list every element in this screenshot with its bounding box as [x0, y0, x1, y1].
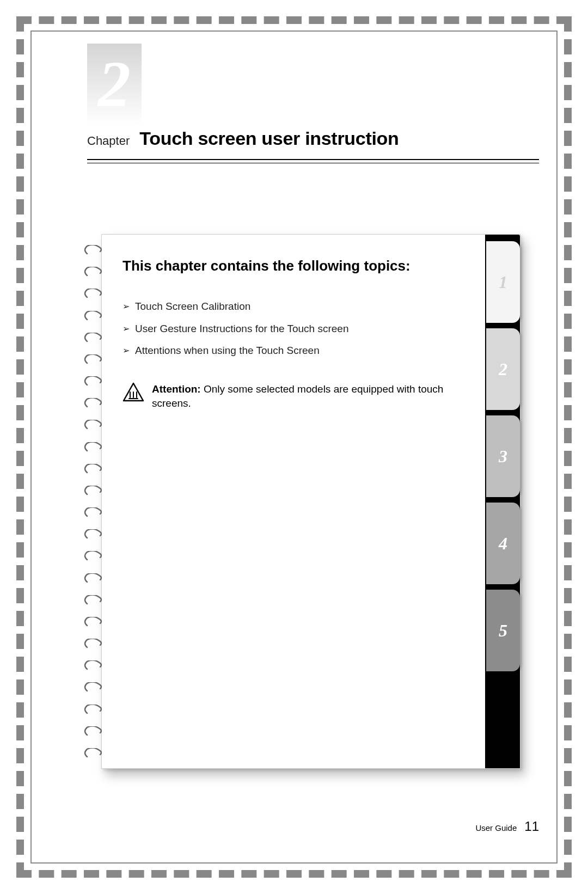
- chapter-label: Chapter: [87, 134, 130, 148]
- tab-label: 4: [499, 534, 507, 554]
- page-number: 11: [524, 819, 539, 834]
- tab-label: 1: [499, 272, 507, 292]
- tab-1: 1: [486, 241, 520, 323]
- ring-icon: [84, 617, 102, 627]
- tab-label: 2: [499, 359, 507, 379]
- attention-label: Attention:: [152, 383, 201, 395]
- topic-text: Touch Screen Calibration: [135, 299, 250, 314]
- chapter-number: 2: [98, 52, 131, 117]
- ring-icon: [84, 660, 102, 670]
- ring-icon: [84, 639, 102, 648]
- tab-strip: 1 2 3 4 5: [485, 235, 520, 768]
- chevron-right-icon: ➢: [122, 344, 130, 357]
- ring-icon: [84, 573, 102, 583]
- warning-hot-icon: [122, 382, 144, 402]
- notebook-container: 1 2 3 4 5 This chapter contains the foll…: [87, 234, 539, 785]
- notebook-content: This chapter contains the following topi…: [122, 256, 465, 757]
- ring-icon: [84, 420, 102, 430]
- notebook-rings: [84, 245, 106, 758]
- chevron-right-icon: ➢: [122, 322, 130, 335]
- attention-note: Attention: Only some selected models are…: [122, 382, 465, 411]
- tab-3: 3: [486, 415, 520, 497]
- page-footer: User Guide 11: [475, 819, 539, 834]
- topic-text: User Gesture Instructions for the Touch …: [135, 322, 349, 336]
- ring-icon: [84, 551, 102, 561]
- topics-heading: This chapter contains the following topi…: [122, 256, 465, 275]
- topics-list: ➢ Touch Screen Calibration ➢ User Gestur…: [122, 299, 465, 358]
- tab-2: 2: [486, 328, 520, 410]
- chapter-heading-row: Chapter Touch screen user instruction: [87, 128, 539, 149]
- ring-icon: [84, 486, 102, 495]
- ring-icon: [84, 333, 102, 342]
- ring-icon: [84, 376, 102, 386]
- ring-icon: [84, 354, 102, 364]
- ring-icon: [84, 529, 102, 539]
- tab-label: 3: [499, 446, 507, 467]
- ring-icon: [84, 726, 102, 736]
- attention-text: Attention: Only some selected models are…: [152, 382, 465, 411]
- ring-icon: [84, 507, 102, 517]
- chapter-title-rule: [87, 159, 539, 163]
- tab-5: 5: [486, 590, 520, 671]
- notebook-page: 1 2 3 4 5 This chapter contains the foll…: [101, 234, 520, 769]
- ring-icon: [84, 245, 102, 255]
- ring-icon: [84, 398, 102, 408]
- footer-label: User Guide: [475, 823, 517, 832]
- ring-icon: [84, 464, 102, 474]
- ring-icon: [84, 705, 102, 714]
- ring-icon: [84, 311, 102, 321]
- chapter-title: Touch screen user instruction: [139, 128, 399, 149]
- tab-label: 5: [499, 621, 507, 641]
- list-item: ➢ User Gesture Instructions for the Touc…: [122, 322, 465, 336]
- chevron-right-icon: ➢: [122, 299, 130, 313]
- chapter-number-box: 2: [87, 44, 142, 125]
- ring-icon: [84, 267, 102, 277]
- topic-text: Attentions when using the Touch Screen: [135, 344, 320, 358]
- list-item: ➢ Touch Screen Calibration: [122, 299, 465, 314]
- page-content: 2 Chapter Touch screen user instruction: [44, 44, 544, 850]
- ring-icon: [84, 748, 102, 758]
- list-item: ➢ Attentions when using the Touch Screen: [122, 344, 465, 358]
- tab-4: 4: [486, 503, 520, 584]
- ring-icon: [84, 595, 102, 605]
- ring-icon: [84, 442, 102, 452]
- ring-icon: [84, 682, 102, 692]
- ring-icon: [84, 289, 102, 298]
